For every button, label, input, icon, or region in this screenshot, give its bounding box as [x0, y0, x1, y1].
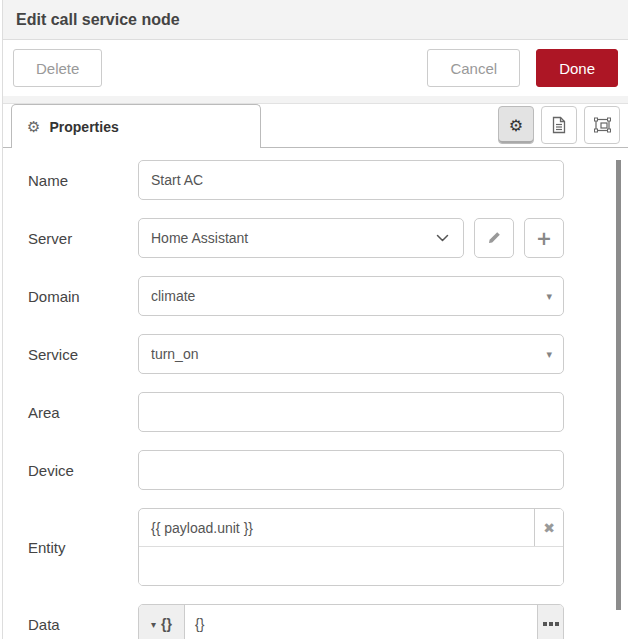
- document-icon: [551, 116, 567, 134]
- area-input[interactable]: [138, 392, 564, 432]
- gear-icon: ⚙: [509, 116, 523, 135]
- delete-button[interactable]: Delete: [13, 49, 102, 87]
- server-selected-value: Home Assistant: [151, 230, 248, 246]
- entity-empty-input[interactable]: [139, 547, 563, 585]
- service-row: Service ▾: [28, 334, 564, 374]
- caret-down-icon: ▾: [151, 619, 156, 630]
- server-select[interactable]: Home Assistant: [138, 218, 464, 258]
- remove-entity-button[interactable]: ✖: [534, 509, 563, 546]
- device-input[interactable]: [138, 450, 564, 490]
- node-appearance-icon: [593, 116, 612, 134]
- area-row: Area: [28, 392, 564, 432]
- dialog-title: Edit call service node: [16, 11, 180, 29]
- device-label: Device: [28, 462, 138, 479]
- add-server-button[interactable]: +: [524, 218, 564, 258]
- edit-server-button[interactable]: [474, 218, 514, 258]
- name-label: Name: [28, 172, 138, 189]
- appearance-view-button[interactable]: [584, 106, 620, 144]
- data-label: Data: [28, 616, 138, 633]
- ellipsis-icon: [543, 622, 547, 626]
- domain-input[interactable]: [138, 276, 564, 316]
- server-row: Server Home Assistant +: [28, 218, 564, 258]
- description-view-button[interactable]: [541, 106, 577, 144]
- data-type-select[interactable]: ▾ {}: [139, 605, 185, 639]
- data-typed-input: ▾ {} {}: [138, 604, 564, 639]
- toolbar-divider-strip: [3, 96, 628, 104]
- tab-properties[interactable]: ⚙ Properties: [11, 104, 261, 148]
- dialog-toolbar: Delete Cancel Done: [3, 40, 628, 96]
- domain-label: Domain: [28, 288, 138, 305]
- expand-editor-button[interactable]: [537, 605, 563, 639]
- service-input[interactable]: [138, 334, 564, 374]
- dialog-header: Edit call service node: [3, 0, 628, 40]
- close-icon: ✖: [543, 520, 555, 536]
- properties-view-button[interactable]: ⚙: [498, 106, 534, 144]
- name-row: Name: [28, 160, 564, 200]
- edit-node-dialog: Edit call service node Delete Cancel Don…: [3, 0, 628, 639]
- pencil-icon: [486, 230, 502, 246]
- entity-list: {{ payload.unit }} ✖: [138, 508, 564, 586]
- data-value-input[interactable]: {}: [185, 605, 537, 639]
- entity-value-input[interactable]: {{ payload.unit }}: [139, 509, 534, 546]
- cancel-button[interactable]: Cancel: [427, 49, 520, 87]
- chevron-down-icon: [436, 234, 449, 242]
- tab-bar: ⚙ Properties ⚙: [3, 104, 628, 148]
- data-row: Data ▾ {} {}: [28, 604, 564, 639]
- tab-action-buttons: ⚙: [498, 106, 620, 144]
- entity-row: Entity {{ payload.unit }} ✖: [28, 508, 564, 586]
- done-button[interactable]: Done: [536, 49, 618, 87]
- tab-properties-label: Properties: [49, 119, 118, 135]
- name-input[interactable]: [138, 160, 564, 200]
- entity-item: {{ payload.unit }} ✖: [139, 509, 563, 547]
- device-row: Device: [28, 450, 564, 490]
- plus-icon: +: [536, 227, 552, 249]
- entity-label: Entity: [28, 539, 138, 556]
- domain-row: Domain ▾: [28, 276, 564, 316]
- properties-form: Name Server Home Assistant: [3, 148, 628, 639]
- server-label: Server: [28, 230, 138, 247]
- area-label: Area: [28, 404, 138, 421]
- json-type-icon: {}: [161, 616, 172, 632]
- gear-icon: ⚙: [27, 118, 40, 136]
- service-label: Service: [28, 346, 138, 363]
- vertical-scrollbar[interactable]: [616, 160, 621, 610]
